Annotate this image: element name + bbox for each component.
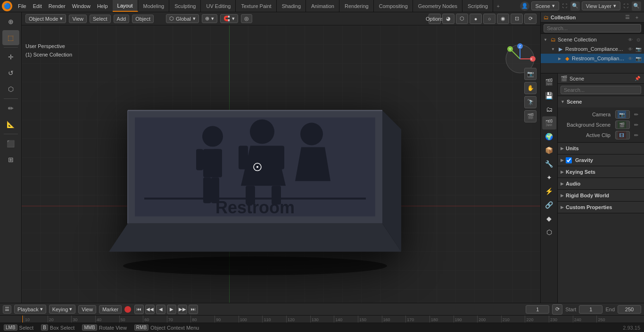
pivot-selector[interactable]: ⊕ ▾: [202, 14, 217, 23]
camera-value[interactable]: 📷: [615, 110, 630, 119]
scale-tool[interactable]: ⬡: [2, 81, 19, 97]
cursor-tool[interactable]: ⊕: [2, 14, 19, 29]
tab-sculpting[interactable]: Sculpting: [170, 0, 201, 12]
tab-animation[interactable]: Animation: [306, 0, 339, 12]
add-menu[interactable]: Add: [114, 15, 130, 23]
active-clip-edit-icon[interactable]: ✏: [632, 131, 640, 139]
menu-render[interactable]: Render: [46, 2, 68, 10]
rigid-body-header[interactable]: ▶ Rigid Body World: [558, 190, 644, 201]
jump-to-end-button[interactable]: ⏭: [189, 305, 198, 314]
sign-visibility[interactable]: 👁: [627, 45, 634, 53]
scene-collection-select[interactable]: ⊙: [635, 36, 642, 43]
camera-edit-icon[interactable]: ✏: [632, 110, 640, 119]
start-frame-input[interactable]: [579, 305, 603, 314]
proportional-selector[interactable]: ◎: [241, 14, 252, 23]
fullscreen-icon[interactable]: ⛶: [561, 2, 569, 10]
engine-selector[interactable]: Scene ▾: [531, 1, 559, 10]
search-header-button[interactable]: 🔍: [570, 1, 580, 11]
scene-section-header[interactable]: ▼ Scene: [558, 96, 644, 107]
view-layer-selector[interactable]: View Layer ▾: [582, 1, 620, 10]
transform-selector[interactable]: ⬡ Global ▾: [166, 14, 199, 23]
user-icon[interactable]: 👤: [520, 1, 529, 11]
compliance-visibility[interactable]: 👁: [627, 55, 634, 62]
gravity-checkbox[interactable]: [566, 157, 572, 163]
audio-section-header[interactable]: ▶ Audio: [558, 178, 644, 189]
add-tool[interactable]: ⊞: [2, 152, 19, 167]
add-cube-tool[interactable]: ⬛: [2, 136, 19, 151]
tab-rendering[interactable]: Rendering: [340, 0, 374, 12]
tab-compositing[interactable]: Compositing: [374, 0, 413, 12]
menu-file[interactable]: File: [15, 2, 29, 10]
next-frame-button[interactable]: ▶▶: [178, 305, 187, 314]
tab-modeling[interactable]: Modeling: [139, 0, 170, 12]
playback-menu[interactable]: Playback ▾: [14, 305, 46, 314]
outliner-item-scene-collection[interactable]: ▼ 🗂 Scene Collection 👁 ⊙: [541, 35, 644, 44]
ruler-bar[interactable]: 1020304050607080901001101201301401501601…: [0, 315, 644, 323]
props-tab-material[interactable]: ⬡: [542, 226, 556, 239]
breadcrumb-pin-icon[interactable]: 📌: [634, 75, 641, 82]
viewport-camera2-icon[interactable]: 🎬: [524, 110, 537, 122]
timeline-menu-btn[interactable]: ☰: [3, 305, 11, 314]
props-tab-scene[interactable]: 🎬: [542, 116, 556, 130]
tab-scripting[interactable]: Scripting: [463, 0, 493, 12]
viewport-zoom-icon[interactable]: 🔭: [524, 96, 537, 108]
marker-menu[interactable]: Marker: [99, 305, 122, 314]
units-section-header[interactable]: ▶ Units: [558, 143, 644, 154]
snap-selector[interactable]: 🧲 ▾: [220, 14, 238, 23]
viewport-shading-rendered[interactable]: ●: [470, 14, 482, 24]
props-tab-data[interactable]: ◆: [542, 212, 556, 225]
props-tab-view-layer[interactable]: 🗂: [542, 103, 556, 116]
active-clip-value[interactable]: 🎞: [615, 131, 630, 139]
record-button[interactable]: [124, 306, 131, 313]
jump-to-start-button[interactable]: ⏮: [134, 305, 144, 314]
prev-frame-button[interactable]: ◀: [156, 305, 165, 314]
menu-edit[interactable]: Edit: [30, 2, 45, 10]
transform-tool[interactable]: ✛: [2, 49, 19, 65]
background-scene-edit-icon[interactable]: ✏: [632, 121, 640, 129]
outliner-filter-icon[interactable]: ☰: [623, 13, 632, 22]
overlay-toggle[interactable]: ◉: [497, 14, 509, 24]
props-tab-physics[interactable]: ⚡: [542, 185, 556, 198]
options-button[interactable]: Options: [429, 14, 441, 24]
view-menu-timeline[interactable]: View: [78, 305, 96, 314]
outliner-item-sign[interactable]: ▼ ▶ Restroom_Compliance_Sign_ 👁 📷: [541, 44, 644, 54]
tab-texture-paint[interactable]: Texture Paint: [236, 0, 276, 12]
background-scene-value[interactable]: 🎬: [615, 121, 630, 129]
menu-help[interactable]: Help: [94, 2, 111, 10]
prev-keyframe-button[interactable]: ◀◀: [145, 305, 155, 314]
props-tab-render[interactable]: 🎬: [542, 75, 556, 89]
end-frame-input[interactable]: [618, 305, 641, 314]
view-menu[interactable]: View: [69, 15, 87, 23]
viewport-shading-solid[interactable]: ◕: [442, 14, 454, 24]
blender-logo[interactable]: 🔵: [2, 1, 12, 11]
viewport-canvas[interactable]: User Perspective (1) Scene Collection: [22, 25, 540, 303]
outliner-add-icon[interactable]: +: [633, 13, 641, 22]
tab-geometry-nodes[interactable]: Geometry Nodes: [413, 0, 462, 12]
props-tab-output[interactable]: 💾: [542, 89, 556, 102]
add-workspace-button[interactable]: +: [494, 1, 503, 11]
viewport-shading-material[interactable]: ○: [483, 14, 495, 24]
props-search-input[interactable]: [561, 86, 641, 94]
gizmo-toggle[interactable]: ⟳: [524, 14, 537, 24]
tab-shading[interactable]: Shading: [277, 0, 306, 12]
viewport-pan-icon[interactable]: ✋: [524, 82, 537, 94]
viewport-camera-icon[interactable]: 📷: [524, 68, 537, 80]
compliance-render[interactable]: 📷: [635, 55, 642, 62]
viewport-shading-wire[interactable]: ⬡: [456, 14, 468, 24]
play-button[interactable]: ▶: [167, 305, 176, 314]
viewport-area[interactable]: Object Mode ▾ View Select Add Object ⬡ G…: [22, 12, 540, 303]
scene-collection-visibility[interactable]: 👁: [627, 36, 634, 43]
measure-tool[interactable]: 📐: [2, 117, 19, 132]
tab-uv-editing[interactable]: UV Editing: [201, 0, 236, 12]
filter-icon[interactable]: 🔍: [632, 1, 641, 11]
gravity-section-header[interactable]: ▶ Gravity: [558, 154, 644, 166]
props-tab-particles[interactable]: ✦: [542, 171, 556, 184]
outliner-item-compliance[interactable]: ▶ ◆ Restroom_Compliance_S 👁 📷: [541, 54, 644, 63]
props-tab-object[interactable]: 📦: [542, 144, 556, 157]
rotate-tool[interactable]: ↺: [2, 65, 19, 81]
custom-props-header[interactable]: ▶ Custom Properties: [558, 202, 644, 213]
outliner-search-input[interactable]: [544, 24, 641, 32]
props-tab-modifier[interactable]: 🔧: [542, 157, 556, 170]
keying-menu[interactable]: Keying ▾: [49, 305, 76, 314]
xray-toggle[interactable]: ⊡: [511, 14, 523, 24]
